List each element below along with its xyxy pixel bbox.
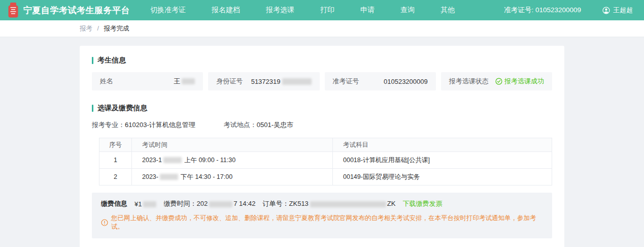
field-ticket-value: 010523200009 bbox=[384, 78, 428, 85]
redacted-blur bbox=[143, 201, 156, 207]
redacted-blur bbox=[182, 78, 195, 84]
breadcrumb-bar: 报考 / 报考完成 bbox=[0, 20, 644, 37]
field-ticket-label: 准考证号 bbox=[333, 77, 359, 86]
field-status-label: 报考选课状态 bbox=[449, 77, 489, 86]
field-id-label: 身份证号 bbox=[216, 77, 243, 86]
payment-info-box: 缴费信息 ¥1 缴费时间：2027 14:42 订单号：ZK513ZK 下载缴费… bbox=[92, 193, 552, 238]
payment-time: 缴费时间：2027 14:42 bbox=[163, 199, 255, 208]
redacted-blur bbox=[310, 201, 386, 207]
major-info: 报考专业：610203-计算机信息管理 bbox=[92, 120, 195, 130]
section-title-candidate-info: 考生信息 bbox=[92, 56, 552, 65]
candidate-field-row: 姓名 王 身份证号 51372319 准考证号 010523200009 报考选… bbox=[92, 72, 552, 90]
breadcrumb-parent[interactable]: 报考 bbox=[80, 25, 92, 32]
breadcrumb-current: 报考完成 bbox=[104, 25, 129, 32]
table-row: 2 2023-下午 14:30 - 17:00 00149-国际贸易理论与实务 bbox=[99, 169, 552, 186]
breadcrumb: 报考 / 报考完成 bbox=[80, 24, 564, 33]
row-exam-time: 2023-1上午 09:00 - 11:30 bbox=[132, 152, 333, 169]
col-header-index: 序号 bbox=[99, 138, 132, 152]
notice-text: 您已网上确认、并缴费成功，不可修改、追加、删除课程，请留意宁夏教育考试院官网发布… bbox=[111, 214, 543, 231]
redacted-blur bbox=[163, 157, 182, 163]
nav-item-switch-ticket[interactable]: 切换准考证 bbox=[150, 6, 186, 15]
nav-item-other[interactable]: 其他 bbox=[440, 6, 455, 15]
redacted-blur bbox=[160, 174, 178, 180]
redacted-blur bbox=[209, 201, 232, 207]
status-text: 报考选课成功 bbox=[504, 77, 544, 86]
user-menu[interactable]: 王超超 bbox=[602, 6, 633, 15]
user-avatar-icon bbox=[602, 7, 610, 14]
row-exam-subject: 00149-国际贸易理论与实务 bbox=[333, 169, 552, 186]
location-value: 0501-吴忠市 bbox=[257, 121, 293, 129]
platform-title: 宁夏自学考试考生服务平台 bbox=[23, 5, 130, 16]
check-circle-icon bbox=[495, 78, 502, 85]
major-location-line: 报考专业：610203-计算机信息管理 考试地点：0501-吴忠市 bbox=[92, 120, 552, 130]
redacted-blur bbox=[282, 78, 312, 85]
col-header-time: 考试时间 bbox=[132, 138, 333, 152]
payment-order-number: 订单号：ZK513ZK bbox=[263, 199, 396, 208]
payment-notice: 您已网上确认、并缴费成功，不可修改、追加、删除课程，请留意宁夏教育考试院官网发布… bbox=[101, 214, 543, 231]
field-ticket-number: 准考证号 010523200009 bbox=[325, 72, 436, 90]
warning-circle-icon bbox=[101, 219, 108, 226]
nav-item-registration[interactable]: 报名建档 bbox=[212, 6, 240, 15]
payment-line: 缴费信息 ¥1 缴费时间：2027 14:42 订单号：ZK513ZK 下载缴费… bbox=[101, 199, 543, 208]
row-index: 2 bbox=[99, 169, 132, 186]
nav-item-query[interactable]: 查询 bbox=[400, 6, 415, 15]
field-id-number: 身份证号 51372319 bbox=[208, 72, 319, 90]
field-name-label: 姓名 bbox=[100, 77, 113, 86]
field-id-value: 51372319 bbox=[251, 78, 312, 85]
main-content: 考生信息 姓名 王 身份证号 51372319 准考证号 01052320000… bbox=[0, 37, 644, 247]
table-row: 1 2023-1上午 09:00 - 11:30 00018-计算机应用基础[公… bbox=[99, 152, 552, 169]
col-header-subject: 考试科目 bbox=[333, 138, 552, 152]
nav-item-apply[interactable]: 申请 bbox=[360, 6, 375, 15]
table-header-row: 序号 考试时间 考试科目 bbox=[99, 138, 552, 152]
row-exam-subject: 00018-计算机应用基础[公共课] bbox=[333, 152, 552, 169]
download-invoice-link[interactable]: 下载缴费发票 bbox=[402, 199, 442, 208]
nav-item-print[interactable]: 打印 bbox=[320, 6, 334, 15]
field-name: 姓名 王 bbox=[92, 72, 203, 90]
payment-label: 缴费信息 bbox=[101, 199, 127, 208]
status-badge: 报考选课成功 bbox=[495, 77, 544, 86]
platform-logo-icon bbox=[7, 3, 19, 18]
app-header: 宁夏自学考试考生服务平台 切换准考证 报名建档 报考选课 打印 申请 查询 其他… bbox=[0, 0, 644, 20]
result-card: 考生信息 姓名 王 身份证号 51372319 准考证号 01052320000… bbox=[80, 46, 564, 247]
major-value: 610203-计算机信息管理 bbox=[125, 121, 195, 129]
header-right: 准考证号: 010523200009 王超超 bbox=[504, 6, 633, 15]
user-name: 王超超 bbox=[613, 6, 633, 15]
section-title-course-payment: 选课及缴费信息 bbox=[92, 104, 552, 113]
field-name-value: 王 bbox=[174, 77, 195, 86]
exam-schedule-table: 序号 考试时间 考试科目 1 2023-1上午 09:00 - 11:30 00… bbox=[99, 138, 552, 186]
breadcrumb-separator: / bbox=[97, 25, 98, 32]
row-exam-time: 2023-下午 14:30 - 17:00 bbox=[132, 169, 333, 186]
nav-item-course-selection[interactable]: 报考选课 bbox=[266, 6, 294, 15]
ticket-number-text: 准考证号: 010523200009 bbox=[504, 6, 581, 15]
location-info: 考试地点：0501-吴忠市 bbox=[224, 120, 293, 130]
row-index: 1 bbox=[99, 152, 132, 169]
main-nav: 切换准考证 报名建档 报考选课 打印 申请 查询 其他 bbox=[150, 6, 455, 15]
payment-amount: ¥1 bbox=[134, 200, 156, 208]
field-selection-status: 报考选课状态 报考选课成功 bbox=[441, 72, 552, 90]
